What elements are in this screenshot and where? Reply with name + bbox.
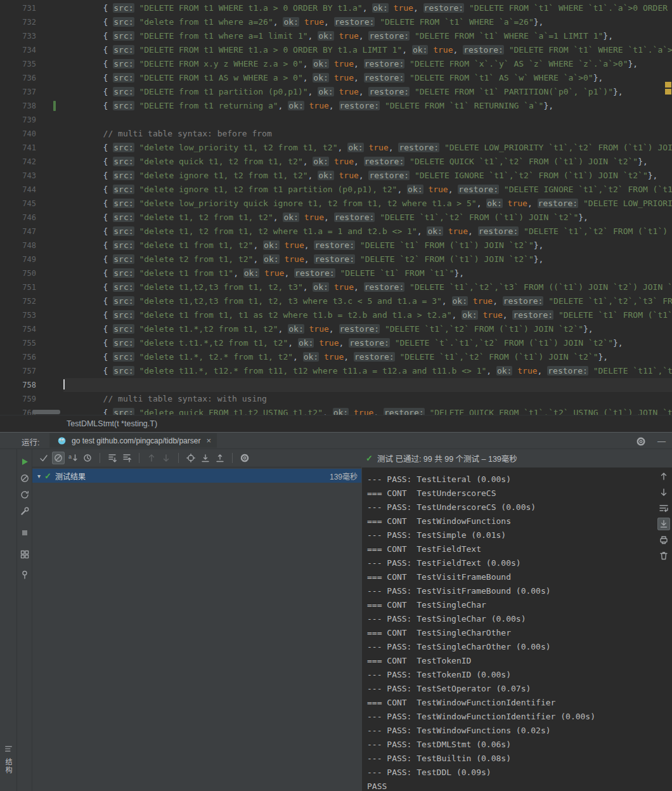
code-line[interactable]: 757 { src: "delete t11.*, t12.* from t11…: [0, 364, 672, 378]
line-number[interactable]: 743: [0, 169, 36, 183]
line-number[interactable]: 746: [0, 211, 36, 225]
line-number[interactable]: 736: [0, 71, 36, 85]
line-number[interactable]: 735: [0, 57, 36, 71]
rerun-button[interactable]: [18, 455, 31, 468]
error-stripe-mark[interactable]: [665, 82, 671, 88]
restore-layout-button[interactable]: [18, 548, 31, 561]
line-number[interactable]: 756: [0, 350, 36, 364]
code-line[interactable]: 736 { src: "DELETE FROM t1 AS w WHERE a …: [0, 71, 672, 85]
line-number[interactable]: 734: [0, 43, 36, 57]
line-number[interactable]: 752: [0, 294, 36, 308]
code-line[interactable]: 738 { src: "DELETE from t1 returning a",…: [0, 99, 672, 113]
sort-alphabetically-button[interactable]: a: [67, 452, 79, 464]
soft-wrap-button[interactable]: [657, 502, 670, 514]
line-number[interactable]: 745: [0, 197, 36, 211]
minimize-icon[interactable]: —: [657, 436, 666, 447]
line-number[interactable]: 742: [0, 155, 36, 169]
code-line[interactable]: 758: [0, 378, 672, 392]
line-number[interactable]: 755: [0, 336, 36, 350]
line-number[interactable]: 732: [0, 15, 36, 29]
test-tree[interactable]: ▾ ✓ 测试结果 139毫秒: [32, 467, 361, 791]
code-line[interactable]: 750 { src: "delete t1 from t1", ok: true…: [0, 266, 672, 280]
test-runner-settings-button[interactable]: [238, 452, 251, 464]
code-line[interactable]: 742 { src: "delete quick t1, t2 from t1,…: [0, 155, 672, 169]
breadcrumb[interactable]: TestDMLStmt(t *testing.T): [0, 415, 672, 432]
code-line[interactable]: 755 { src: "delete t.t1.*,t2 from t1, t2…: [0, 336, 672, 350]
line-number[interactable]: 747: [0, 225, 36, 239]
code-line[interactable]: 735 { src: "DELETE FROM x.y z WHERE z.a …: [0, 57, 672, 71]
code-line[interactable]: 732 { src: "delete from t1 where a=26", …: [0, 15, 672, 29]
navigate-with-single-click-button[interactable]: [184, 452, 197, 464]
down-stacktrace-button[interactable]: [657, 486, 670, 499]
horizontal-scrollbar[interactable]: [32, 410, 60, 414]
line-number[interactable]: 749: [0, 252, 36, 266]
up-stacktrace-button[interactable]: [657, 470, 670, 483]
line-number[interactable]: 744: [0, 183, 36, 197]
toggle-auto-test-button[interactable]: [18, 488, 31, 501]
code-line[interactable]: 737 { src: "DELETE from t1 partition (p0…: [0, 85, 672, 99]
expand-all-button[interactable]: [106, 452, 119, 464]
code-editor[interactable]: 731 { src: "DELETE FROM t1 WHERE t1.a > …: [0, 0, 672, 415]
sort-by-duration-button[interactable]: [81, 452, 94, 464]
test-settings-wrench-button[interactable]: [18, 505, 31, 518]
code-line[interactable]: 760 { src: "delete quick FROM t1,t2 USIN…: [0, 406, 672, 415]
export-test-results-button[interactable]: [214, 452, 226, 464]
code-line[interactable]: 740 // multi table syntax: before from: [0, 127, 672, 141]
line-number[interactable]: 739: [0, 113, 36, 127]
line-number[interactable]: 733: [0, 29, 36, 43]
scroll-to-end-button[interactable]: [657, 518, 670, 530]
code-line[interactable]: 751 { src: "delete t1,t2,t3 from t1, t2,…: [0, 280, 672, 294]
run-tab[interactable]: go test github.com/pingcap/tidb/parser ×: [49, 433, 217, 448]
line-number[interactable]: 738: [0, 99, 36, 113]
stop-button[interactable]: [18, 526, 31, 539]
chevron-down-icon[interactable]: ▾: [37, 473, 41, 480]
show-ignored-button[interactable]: [52, 452, 65, 464]
line-number[interactable]: 759: [0, 392, 36, 406]
next-failed-test-button[interactable]: [160, 452, 172, 464]
test-results-label[interactable]: 测试结果: [55, 471, 326, 481]
line-number[interactable]: 731: [0, 1, 36, 15]
close-tab-icon[interactable]: ×: [206, 436, 211, 445]
line-number[interactable]: 760: [0, 406, 36, 415]
code-line[interactable]: 746 { src: "delete t1, t2 from t1, t2", …: [0, 211, 672, 225]
import-test-results-button[interactable]: [199, 452, 212, 464]
code-line[interactable]: 756 { src: "delete t1.*, t2.* from t1, t…: [0, 350, 672, 364]
code-line[interactable]: 731 { src: "DELETE FROM t1 WHERE t1.a > …: [0, 1, 672, 15]
line-number[interactable]: 737: [0, 85, 36, 99]
line-number[interactable]: 754: [0, 322, 36, 336]
line-number[interactable]: 758: [0, 378, 36, 392]
code-line[interactable]: 733 { src: "DELETE from t1 where a=1 lim…: [0, 29, 672, 43]
print-button[interactable]: [657, 533, 670, 546]
code-line[interactable]: 745 { src: "delete low_priority quick ig…: [0, 197, 672, 211]
code-line[interactable]: 753 { src: "delete t1 from t1, t1 as t2 …: [0, 308, 672, 322]
line-number[interactable]: 750: [0, 266, 36, 280]
structure-tool-button[interactable]: 结构: [3, 758, 13, 775]
code-line[interactable]: 739: [0, 113, 672, 127]
console-output[interactable]: --- PASS: TestLiteral (0.00s)=== CONT Te…: [362, 467, 672, 791]
code-line[interactable]: 747 { src: "delete t1, t2 from t1, t2 wh…: [0, 225, 672, 239]
line-number[interactable]: 751: [0, 280, 36, 294]
clear-console-button[interactable]: [657, 549, 670, 562]
show-passed-button[interactable]: [37, 452, 50, 464]
collapse-all-button[interactable]: [120, 452, 133, 464]
code-line[interactable]: 752 { src: "delete t1,t2,t3 from t1, t2,…: [0, 294, 672, 308]
previous-failed-test-button[interactable]: [145, 452, 158, 464]
code-line[interactable]: 754 { src: "delete t1.*,t2 from t1, t2",…: [0, 322, 672, 336]
code-line[interactable]: 743 { src: "delete ignore t1, t2 from t1…: [0, 169, 672, 183]
breadcrumb-context[interactable]: TestDMLStmt(t *testing.T): [67, 419, 157, 428]
line-number[interactable]: 748: [0, 239, 36, 252]
code-line[interactable]: 744 { src: "delete ignore t1, t2 from t1…: [0, 183, 672, 197]
pin-tab-button[interactable]: [18, 568, 31, 581]
error-stripe-mark[interactable]: [665, 89, 671, 95]
rerun-failed-button[interactable]: [18, 472, 31, 485]
line-number[interactable]: 740: [0, 127, 36, 141]
code-line[interactable]: 759 // multi table syntax: with using: [0, 392, 672, 406]
settings-gear-icon[interactable]: [635, 435, 647, 448]
code-line[interactable]: 749 { src: "delete t2 from t1, t2", ok: …: [0, 252, 672, 266]
test-results-row[interactable]: ▾ ✓ 测试结果 139毫秒: [32, 469, 361, 483]
line-number[interactable]: 757: [0, 364, 36, 378]
code-line[interactable]: 748 { src: "delete t1 from t1, t2", ok: …: [0, 239, 672, 252]
code-line[interactable]: 741 { src: "delete low_priority t1, t2 f…: [0, 141, 672, 155]
code-line[interactable]: 734 { src: "DELETE FROM t1 WHERE t1.a > …: [0, 43, 672, 57]
line-number[interactable]: 741: [0, 141, 36, 155]
